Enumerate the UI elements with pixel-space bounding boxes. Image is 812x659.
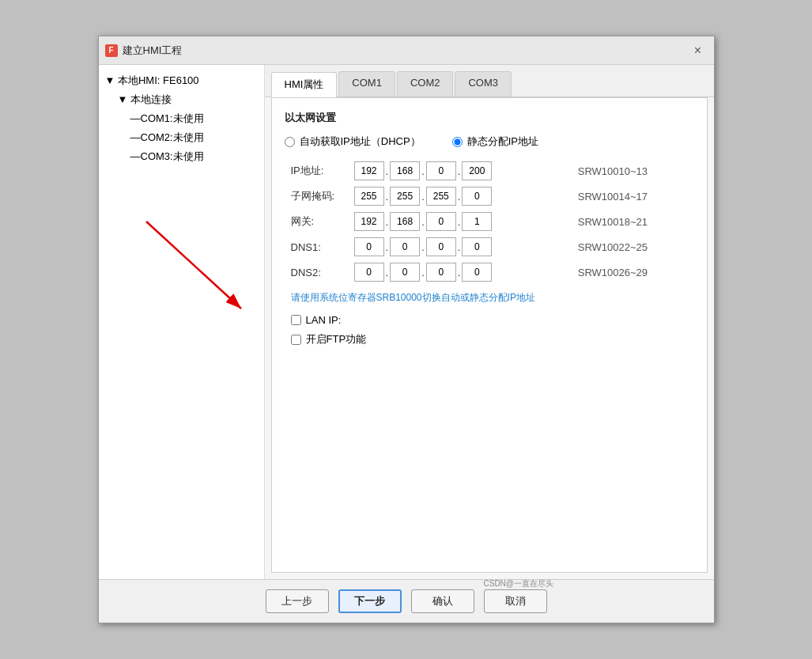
sidebar-item-hmi[interactable]: ▼ 本地HMI: FE6100: [99, 71, 264, 90]
tree-dash-3: —: [130, 131, 141, 143]
sidebar-item-com2-label: COM2:未使用: [141, 131, 204, 143]
ip-dot: .: [458, 216, 461, 228]
sidebar-item-local-connection[interactable]: ▼ 本地连接: [99, 90, 264, 109]
radio-row: 自动获取IP地址（DHCP） 静态分配IP地址: [285, 134, 694, 149]
ip-row-inputs-1: ...: [348, 184, 572, 209]
ip-segment-1-1[interactable]: [390, 187, 420, 206]
ip-dot: .: [458, 267, 461, 278]
main-window: F 建立HMI工程 × ▼ 本地HMI: FE6100 ▼ 本地连接 —COM1…: [98, 36, 715, 623]
title-bar: F 建立HMI工程 ×: [99, 36, 714, 65]
prev-button[interactable]: 上一步: [266, 589, 329, 613]
ip-table-row: 子网掩码:...SRW10014~17: [285, 184, 694, 209]
srw-label-4: SRW10026~29: [572, 259, 694, 285]
ip-dot: .: [386, 216, 389, 228]
ip-segment-3-3[interactable]: [462, 237, 492, 256]
ip-segment-1-2[interactable]: [426, 187, 456, 206]
ip-segment-0-1[interactable]: [390, 161, 420, 180]
ip-table-row: IP地址:...SRW10010~13: [285, 158, 694, 184]
bottom-bar: 上一步 下一步 确认 CSDN@一直在尽头 取消: [99, 579, 714, 623]
radio-static-text: 静态分配IP地址: [467, 134, 538, 149]
ip-table: IP地址:...SRW10010~13子网掩码:...SRW10014~17网关…: [285, 158, 694, 285]
ip-row-inputs-3: ...: [348, 234, 572, 259]
ip-segment-0-2[interactable]: [426, 161, 456, 180]
ip-dot: .: [458, 191, 461, 203]
tree-dash-2: —: [130, 112, 141, 124]
ip-dot: .: [458, 165, 461, 177]
ip-dot: .: [386, 191, 389, 203]
ip-row-label-4: DNS2:: [285, 259, 348, 285]
sidebar-item-hmi-label: 本地HMI: FE6100: [118, 74, 199, 86]
ip-dot: .: [458, 241, 461, 253]
radio-static[interactable]: [452, 137, 463, 147]
ip-row-inputs-4: ...: [348, 259, 572, 285]
ip-segment-4-0[interactable]: [354, 263, 384, 282]
ip-table-row: 网关:...SRW10018~21: [285, 209, 694, 234]
tabs-bar: HMI属性 COM1 COM2 COM3: [265, 65, 714, 97]
tab-hmi[interactable]: HMI属性: [271, 72, 338, 97]
radio-dhcp[interactable]: [285, 137, 295, 147]
ip-row-label-3: DNS1:: [285, 234, 348, 259]
ip-table-row: DNS1:...SRW10022~25: [285, 234, 694, 259]
srw-label-1: SRW10014~17: [572, 184, 694, 209]
radio-dhcp-label[interactable]: 自动获取IP地址（DHCP）: [285, 134, 421, 149]
cancel-button[interactable]: 取消: [484, 589, 547, 613]
ip-segment-2-2[interactable]: [426, 212, 456, 231]
ip-segment-1-0[interactable]: [354, 187, 384, 206]
tab-com2[interactable]: COM2: [397, 71, 454, 97]
ip-row-label-0: IP地址:: [285, 158, 348, 184]
ip-segment-2-1[interactable]: [390, 212, 420, 231]
link-note[interactable]: 请使用系统位寄存器SRB10000切换自动或静态分配IP地址: [291, 291, 694, 305]
ip-segment-3-1[interactable]: [390, 237, 420, 256]
tree-dash-4: —: [130, 150, 141, 162]
srw-label-3: SRW10022~25: [572, 234, 694, 259]
ip-dot: .: [421, 241, 425, 253]
ip-dot: .: [386, 267, 389, 278]
tab-com1[interactable]: COM1: [338, 71, 395, 97]
ip-dot: .: [421, 216, 425, 228]
ip-dot: .: [386, 241, 389, 253]
srw-label-2: SRW10018~21: [572, 209, 694, 234]
sidebar: ▼ 本地HMI: FE6100 ▼ 本地连接 —COM1:未使用 —COM2:未…: [99, 65, 265, 579]
tree-arrow-0: ▼: [105, 74, 118, 86]
svg-line-1: [146, 222, 241, 309]
ip-segment-3-2[interactable]: [426, 237, 456, 256]
ip-dot: .: [421, 191, 425, 203]
ip-segment-4-2[interactable]: [426, 263, 456, 282]
ip-segment-1-3[interactable]: [462, 187, 492, 206]
ip-row-label-1: 子网掩码:: [285, 184, 348, 209]
confirm-button[interactable]: 确认: [411, 589, 474, 613]
sidebar-item-com2[interactable]: —COM2:未使用: [99, 128, 264, 147]
ip-segment-0-0[interactable]: [354, 161, 384, 180]
sidebar-item-local-label: 本地连接: [130, 93, 172, 105]
app-icon: F: [105, 44, 118, 57]
sidebar-item-com1-label: COM1:未使用: [141, 112, 204, 124]
tree-arrow-1: ▼: [118, 93, 130, 105]
sidebar-item-com3[interactable]: —COM3:未使用: [99, 147, 264, 166]
right-panel: HMI属性 COM1 COM2 COM3 以太网设置 自动获取IP地址（DHCP…: [265, 65, 714, 579]
title-bar-left: F 建立HMI工程: [105, 44, 183, 58]
main-content: ▼ 本地HMI: FE6100 ▼ 本地连接 —COM1:未使用 —COM2:未…: [99, 65, 714, 579]
ip-dot: .: [386, 165, 389, 177]
sidebar-item-com1[interactable]: —COM1:未使用: [99, 109, 264, 128]
ip-row-inputs-0: ...: [348, 158, 572, 184]
ip-segment-4-1[interactable]: [390, 263, 420, 282]
ip-segment-2-0[interactable]: [354, 212, 384, 231]
ip-row-inputs-2: ...: [348, 209, 572, 234]
tab-com3[interactable]: COM3: [455, 71, 512, 97]
lan-ip-checkbox[interactable]: [291, 315, 301, 325]
ip-segment-2-3[interactable]: [462, 212, 492, 231]
next-button[interactable]: 下一步: [338, 589, 402, 613]
ftp-checkbox[interactable]: [291, 335, 301, 345]
close-button[interactable]: ×: [689, 41, 708, 60]
ip-segment-4-3[interactable]: [462, 263, 492, 282]
cancel-watermark: CSDN@一直在尽头: [484, 578, 554, 589]
radio-static-label[interactable]: 静态分配IP地址: [452, 134, 538, 149]
section-title: 以太网设置: [285, 111, 694, 125]
ip-segment-3-0[interactable]: [354, 237, 384, 256]
ftp-row: 开启FTP功能: [291, 332, 688, 347]
sidebar-item-com3-label: COM3:未使用: [141, 150, 204, 162]
tab-content: 以太网设置 自动获取IP地址（DHCP） 静态分配IP地址 IP地址:...: [271, 97, 708, 573]
ip-segment-0-3[interactable]: [462, 161, 492, 180]
ip-table-row: DNS2:...SRW10026~29: [285, 259, 694, 285]
lan-ip-label: LAN IP:: [306, 314, 342, 326]
